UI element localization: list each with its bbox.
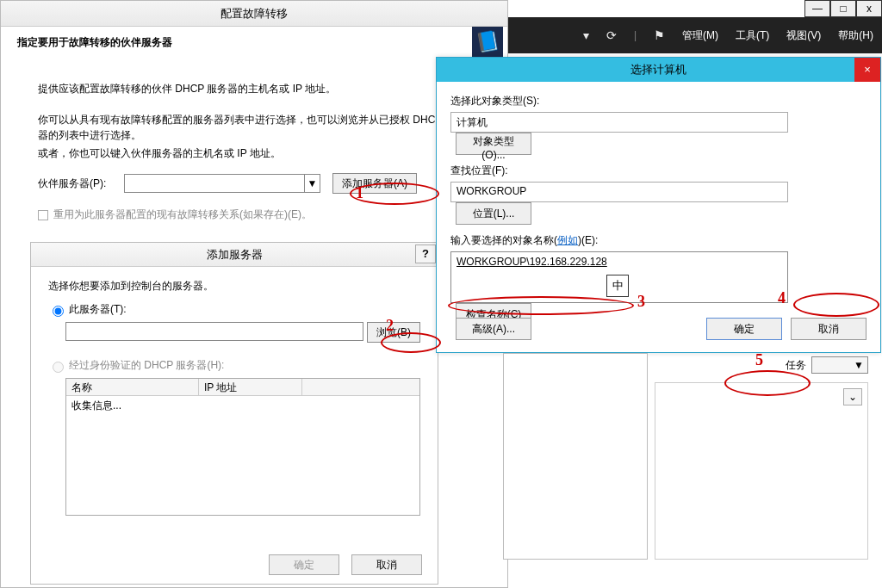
- menu-view[interactable]: 视图(V): [786, 28, 821, 43]
- ime-indicator[interactable]: 中: [606, 275, 629, 297]
- menu-tools[interactable]: 工具(T): [736, 28, 769, 43]
- add-server-ok-button: 确定: [269, 554, 339, 575]
- partner-server-combo[interactable]: ▼: [124, 174, 320, 193]
- select-computers-dialog: 选择计算机 × 选择此对象类型(S): 计算机 对象类型(O)... 查找位置(…: [436, 57, 881, 353]
- reuse-relationship-checkbox: [38, 210, 48, 220]
- server-manager-menubar: ▾ ⟳ | ⚑ 管理(M) 工具(T) 视图(V) 帮助(H): [500, 17, 882, 53]
- authorized-servers-list: 名称 IP 地址 收集信息...: [65, 378, 420, 516]
- add-server-titlebar: 添加服务器 ?: [31, 243, 438, 267]
- authorized-servers-label: 经过身份验证的 DHCP 服务器(H):: [69, 358, 224, 373]
- location-field: WORKGROUP: [450, 182, 788, 202]
- add-server-title-text: 添加服务器: [207, 248, 263, 261]
- instruction-text-3: 或者，你也可以键入伙伴服务器的主机名或 IP 地址。: [38, 146, 470, 161]
- instruction-text-1: 提供应该配置故障转移的伙伴 DHCP 服务器的主机名或 IP 地址。: [38, 82, 470, 96]
- advanced-button[interactable]: 高级(A)...: [456, 318, 531, 340]
- configure-failover-titlebar: 配置故障转移: [1, 1, 507, 27]
- dropdown-arrow-icon[interactable]: ▾: [583, 28, 589, 42]
- select-computers-cancel-button[interactable]: 取消: [791, 318, 866, 340]
- caption-minimize-button[interactable]: —: [804, 0, 830, 17]
- menu-manage[interactable]: 管理(M): [682, 28, 718, 43]
- wizard-books-icon: 📘: [472, 27, 503, 58]
- reuse-relationship-label: 重用为此服务器配置的现有故障转移关系(如果存在)(E)。: [53, 207, 312, 222]
- select-computers-close-button[interactable]: ×: [854, 58, 880, 82]
- menu-help[interactable]: 帮助(H): [838, 28, 873, 43]
- authorized-servers-radio: [53, 362, 64, 373]
- instruction-text-2: 你可以从具有现有故障转移配置的服务器列表中进行选择，也可以浏览并从已授权 DHC…: [38, 112, 470, 143]
- browse-button[interactable]: 浏览(B): [367, 322, 420, 343]
- select-computers-ok-button[interactable]: 确定: [706, 318, 782, 340]
- object-type-label: 选择此对象类型(S):: [450, 94, 866, 108]
- caption-maximize-button[interactable]: □: [830, 0, 856, 17]
- configure-failover-window: 配置故障转移 指定要用于故障转移的伙伴服务器 📘 提供应该配置故障转移的伙伴 D…: [0, 0, 508, 588]
- notification-flag-icon[interactable]: ⚑: [654, 28, 665, 42]
- server-name-input[interactable]: [65, 322, 363, 341]
- separator: |: [634, 29, 637, 41]
- select-computers-titlebar: 选择计算机 ×: [437, 58, 880, 82]
- help-button[interactable]: ?: [415, 244, 436, 263]
- tasks-label: 任务: [786, 358, 806, 373]
- column-ip[interactable]: IP 地址: [199, 379, 302, 395]
- select-computers-title-text: 选择计算机: [630, 63, 686, 76]
- authorized-servers-status: 收集信息...: [66, 396, 419, 416]
- location-label: 查找位置(F):: [450, 164, 866, 178]
- object-names-label-a: 输入要选择的对象名称(: [450, 234, 557, 246]
- locations-button[interactable]: 位置(L)...: [456, 202, 531, 225]
- partner-server-label: 伙伴服务器(P):: [38, 176, 124, 191]
- object-names-textarea[interactable]: WORKGROUP\192.168.229.128 中: [450, 251, 788, 303]
- add-server-cancel-button[interactable]: 取消: [351, 554, 422, 575]
- object-type-field: 计算机: [450, 112, 788, 133]
- wizard-step-title: 指定要用于故障转移的伙伴服务器: [17, 35, 472, 50]
- column-name[interactable]: 名称: [66, 379, 199, 395]
- example-link[interactable]: 例如: [557, 234, 578, 246]
- caption-close-button[interactable]: x: [856, 0, 882, 17]
- panel-collapse-icon[interactable]: ⌄: [843, 388, 862, 405]
- this-server-radio[interactable]: [53, 306, 64, 317]
- refresh-icon[interactable]: ⟳: [606, 28, 617, 42]
- empty-content-panel: ⌄: [655, 382, 868, 560]
- add-server-dialog: 添加服务器 ? 选择你想要添加到控制台的服务器。 此服务器(T): 浏览(B) …: [30, 242, 438, 585]
- combo-dropdown-icon[interactable]: ▼: [304, 175, 320, 192]
- object-names-value: WORKGROUP\192.168.229.128: [457, 256, 607, 268]
- object-names-label-b: )(E):: [578, 234, 598, 246]
- wizard-header-strip: 指定要用于故障转移的伙伴服务器 📘: [5, 27, 503, 58]
- right-side-panel: [503, 353, 648, 560]
- add-server-prompt: 选择你想要添加到控制台的服务器。: [48, 279, 420, 294]
- tasks-dropdown[interactable]: ▼: [811, 356, 868, 374]
- this-server-label: 此服务器(T):: [69, 302, 127, 317]
- object-types-button[interactable]: 对象类型(O)...: [456, 133, 531, 155]
- add-server-button[interactable]: 添加服务器(A): [332, 173, 417, 194]
